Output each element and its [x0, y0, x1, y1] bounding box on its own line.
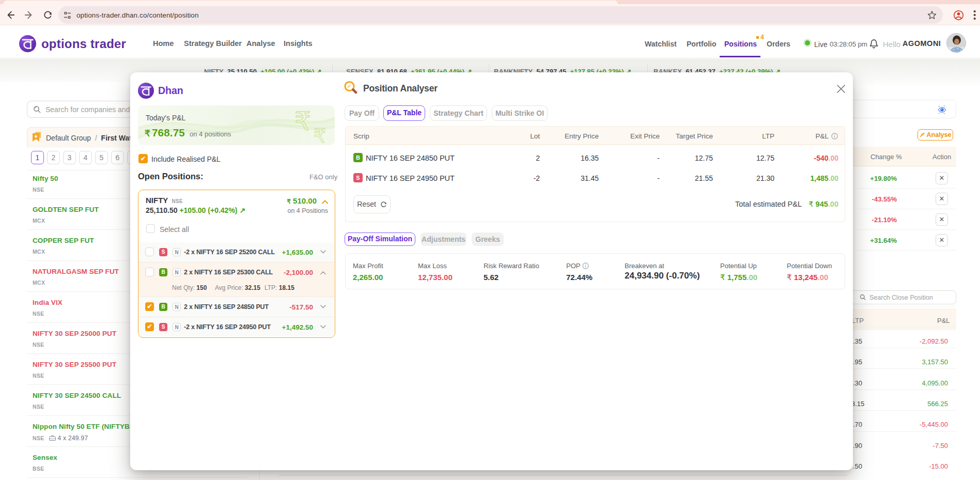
svg-text:₹: ₹ [314, 125, 326, 145]
svg-text:₹: ₹ [294, 107, 311, 136]
